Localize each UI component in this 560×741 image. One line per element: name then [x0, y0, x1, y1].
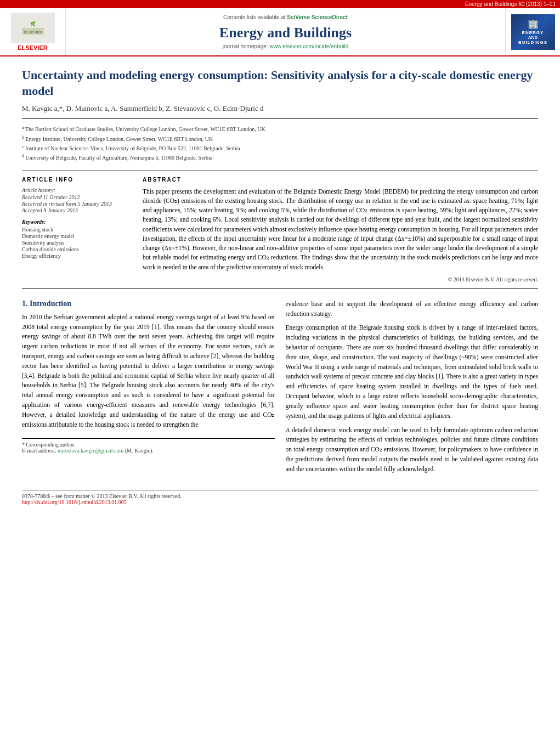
affiliation-a: a The Bartlett School of Graduate Studie…	[22, 125, 538, 133]
email-person: (M. Kavgic).	[125, 448, 154, 454]
authors-text: M. Kavgic a,*, D. Mumovic a, A. Summerfi…	[22, 104, 263, 112]
sciverse-prefix: Contents lists available at	[223, 14, 285, 20]
intro-left-col: 1. Introduction In 2010 the Serbian gove…	[22, 299, 275, 479]
article-history: Article history: Received 11 October 201…	[22, 187, 132, 213]
affiliation-b: b Energy Institute, University College L…	[22, 134, 538, 143]
email-address[interactable]: miroslava.kavgic@gmail.com	[58, 448, 123, 454]
abstract-header: ABSTRACT	[143, 177, 538, 183]
intro-stock-model: A detailed domestic stock energy model c…	[286, 426, 539, 474]
history-label: Article history:	[22, 187, 132, 193]
intro-energy-consumption: Energy consumption of the Belgrade housi…	[286, 323, 539, 421]
svg-text:ELSEVIER: ELSEVIER	[24, 30, 42, 35]
homepage-label: journal homepage:	[223, 43, 268, 49]
sciverse-line: Contents lists available at SciVerse Sci…	[223, 14, 348, 20]
intro-title: 1. Introduction	[22, 299, 275, 308]
elsevier-brand-text: ELSEVIER	[18, 44, 47, 51]
keywords-section: Keywords: Housing stock Domestic energy …	[22, 219, 132, 259]
introduction-section: 1. Introduction In 2010 the Serbian gove…	[22, 299, 538, 479]
citation-text: Energy and Buildings 60 (2013) 1–11	[465, 1, 556, 7]
homepage-url[interactable]: www.elsevier.com/locate/enbuild	[269, 43, 348, 49]
keyword-5: Energy efficiency	[22, 253, 132, 259]
keyword-2: Domestic energy model	[22, 233, 132, 239]
footnote-section: * Corresponding author. E-mail address: …	[22, 438, 275, 454]
doi-line: http://dx.doi.org/10.1016/j.enbuild.2013…	[22, 499, 538, 505]
main-divider	[22, 171, 538, 171]
journal-header: 🌿 ELSEVIER ELSEVIER Contents lists avail…	[0, 8, 560, 56]
elsevier-logo: 🌿 ELSEVIER ELSEVIER	[0, 8, 66, 55]
section-divider	[22, 288, 538, 289]
affiliation-d: d University of Belgrade, Faculty of Agr…	[22, 153, 538, 162]
keyword-1: Housing stock	[22, 227, 132, 233]
paper-title: Uncertainty and modeling energy consumpt…	[22, 67, 538, 99]
energy-buildings-logo: 🏢 ENERGY AND BUILDINGS	[511, 14, 555, 50]
corresponding-author: * Corresponding author.	[22, 442, 275, 448]
abstract-col: ABSTRACT This paper presents the develop…	[143, 177, 538, 282]
issn-line: 0378-7788/$ – see front matter © 2013 El…	[22, 493, 538, 499]
revised-date: Received in revised form 5 January 2013	[22, 201, 132, 207]
intro-evidence: evidence base and to support the develop…	[286, 299, 539, 319]
keyword-4: Carbon dioxide emissions	[22, 246, 132, 252]
affiliations: a The Bartlett School of Graduate Studie…	[22, 125, 538, 162]
article-info-header: ARTICLE INFO	[22, 177, 132, 183]
copyright: © 2013 Elsevier B.V. All rights reserved…	[143, 276, 538, 282]
abstract-text: This paper presents the development and …	[143, 187, 538, 272]
journal-title: Energy and Buildings	[219, 25, 352, 41]
svg-text:🌿: 🌿	[30, 21, 36, 26]
keyword-3: Sensitivity analysis	[22, 240, 132, 246]
bottom-bar: 0378-7788/$ – see front matter © 2013 El…	[22, 490, 538, 505]
keywords-label: Keywords:	[22, 219, 132, 225]
doi-link[interactable]: http://dx.doi.org/10.1016/j.enbuild.2013…	[22, 499, 127, 505]
article-info-abstract: ARTICLE INFO Article history: Received 1…	[22, 177, 538, 282]
journal-homepage: journal homepage: www.elsevier.com/locat…	[223, 43, 349, 49]
affiliation-c: c Institute of Nuclear Sciences-Vinca, U…	[22, 144, 538, 152]
journal-citation: Energy and Buildings 60 (2013) 1–11	[0, 0, 560, 8]
journal-center-info: Contents lists available at SciVerse Sci…	[66, 8, 505, 55]
email-line: E-mail address: miroslava.kavgic@gmail.c…	[22, 448, 275, 454]
affiliations-divider	[22, 118, 538, 119]
intro-right-col: evidence base and to support the develop…	[286, 299, 539, 479]
sciverse-link[interactable]: SciVerse ScienceDirect	[287, 14, 348, 20]
main-content: Uncertainty and modeling energy consumpt…	[0, 56, 560, 516]
received-date: Received 11 October 2012	[22, 194, 132, 200]
elsevier-figure: 🌿 ELSEVIER	[11, 13, 55, 43]
accepted-date: Accepted 9 January 2013	[22, 207, 132, 213]
article-info-col: ARTICLE INFO Article history: Received 1…	[22, 177, 132, 282]
intro-para-1: In 2010 the Serbian government adopted a…	[22, 313, 275, 430]
authors-line: M. Kavgic a,*, D. Mumovic a, A. Summerfi…	[22, 104, 538, 113]
journal-right-logo: 🏢 ENERGY AND BUILDINGS	[505, 8, 560, 55]
email-label: E-mail address:	[22, 448, 56, 454]
